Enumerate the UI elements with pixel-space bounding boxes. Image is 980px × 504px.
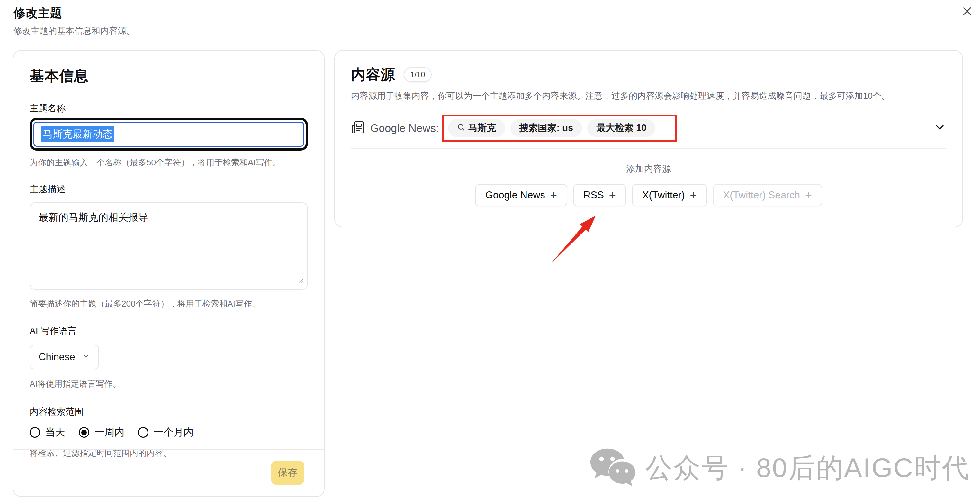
- topic-name-value: 马斯克最新动态: [41, 126, 114, 142]
- topic-desc-label: 主题描述: [30, 183, 308, 195]
- radio-option-today[interactable]: 当天: [30, 426, 65, 439]
- sources-count-badge: 1/10: [404, 67, 432, 82]
- search-icon: [457, 123, 465, 134]
- range-label: 内容检索范围: [30, 405, 308, 418]
- add-twitter-search-button[interactable]: X(Twitter) Search +: [713, 184, 822, 206]
- add-source-buttons: Google News + RSS + X(Twitter) + X(Twitt…: [351, 184, 946, 206]
- range-radio-group: 当天 一周内 一个月内: [30, 426, 308, 439]
- sources-header: 内容源 1/10: [351, 65, 946, 84]
- add-source-section: 添加内容源 Google News + RSS + X(Twitter) + X…: [351, 163, 946, 206]
- chevron-down-icon[interactable]: [933, 121, 946, 135]
- tag-country: 搜索国家: us: [511, 119, 582, 137]
- radio-icon: [138, 427, 148, 438]
- basic-info-card: 基本信息 主题名称 马斯克最新动态 为你的主题输入一个名称（最多50个字符），将…: [13, 50, 325, 497]
- language-label: AI 写作语言: [30, 325, 308, 337]
- content-sources-card: 内容源 1/10 内容源用于收集内容，你可以为一个主题添加多个内容来源。注意，过…: [334, 50, 963, 227]
- divider: [351, 148, 946, 148]
- basic-info-title: 基本信息: [30, 66, 308, 86]
- language-help: AI将使用指定语言写作。: [30, 378, 308, 389]
- radio-checked-icon: [79, 427, 89, 438]
- red-annotation-box: 马斯克 搜索国家: us 最大检索 10: [442, 115, 678, 142]
- add-source-label: 添加内容源: [351, 163, 946, 175]
- plus-icon: +: [805, 190, 812, 201]
- resize-handle-icon[interactable]: [298, 275, 304, 287]
- provider-label: Google News:: [370, 122, 439, 134]
- page-subtitle: 修改主题的基本信息和内容源。: [13, 25, 135, 37]
- basic-info-footer: 保存: [13, 449, 324, 496]
- sources-description: 内容源用于收集内容，你可以为一个主题添加多个内容来源。注意，过多的内容源会影响处…: [351, 90, 946, 102]
- topic-desc-help: 简要描述你的主题（最多200个字符），将用于检索和AI写作。: [30, 298, 308, 309]
- page-title: 修改主题: [13, 5, 135, 21]
- watermark: 公众号 · 80后的AIGC时代: [589, 447, 970, 489]
- topic-name-help: 为你的主题输入一个名称（最多50个字符），将用于检索和AI写作。: [30, 157, 308, 168]
- tag-keyword: 马斯克: [448, 119, 505, 137]
- add-google-news-button[interactable]: Google News +: [475, 184, 567, 206]
- wechat-icon: [589, 447, 637, 489]
- source-row-google-news[interactable]: Google News: 马斯克 搜索国家: us 最大检索 10: [351, 115, 946, 142]
- plus-icon: +: [690, 190, 697, 201]
- save-button[interactable]: 保存: [271, 461, 304, 485]
- close-button[interactable]: [960, 5, 974, 19]
- annotation-arrow: [548, 215, 597, 268]
- chevron-down-icon: [82, 351, 90, 363]
- language-value: Chinese: [38, 351, 75, 363]
- radio-icon: [30, 427, 40, 438]
- newspaper-icon: [351, 121, 364, 136]
- language-select[interactable]: Chinese: [30, 345, 99, 369]
- radio-option-week[interactable]: 一周内: [79, 426, 124, 439]
- topic-name-input[interactable]: 马斯克最新动态: [33, 121, 304, 147]
- topic-name-label: 主题名称: [30, 102, 308, 115]
- plus-icon: +: [550, 190, 557, 201]
- topic-desc-textarea[interactable]: 最新的马斯克的相关报导: [30, 202, 308, 290]
- add-rss-button[interactable]: RSS +: [573, 184, 626, 206]
- plus-icon: +: [609, 190, 616, 201]
- close-icon: [961, 5, 973, 18]
- topic-desc-value: 最新的马斯克的相关报导: [38, 212, 148, 223]
- radio-option-month[interactable]: 一个月内: [138, 426, 194, 439]
- dialog-header: 修改主题 修改主题的基本信息和内容源。: [13, 5, 135, 37]
- add-twitter-button[interactable]: X(Twitter) +: [632, 184, 707, 206]
- tag-max-results: 最大检索 10: [587, 119, 655, 137]
- watermark-text: 公众号 · 80后的AIGC时代: [645, 450, 970, 486]
- sources-title: 内容源: [351, 65, 395, 84]
